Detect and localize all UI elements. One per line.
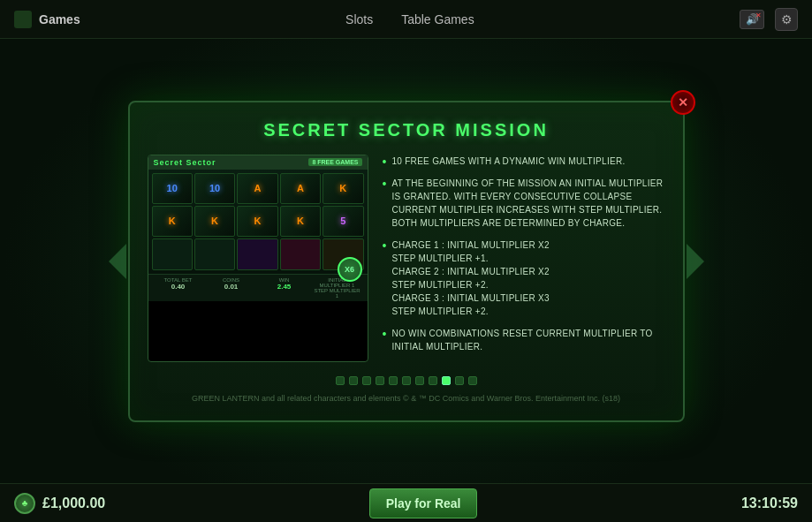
reel-cell: A: [237, 173, 277, 204]
right-arrow-icon[interactable]: [687, 244, 704, 279]
reel-cell: 10: [194, 173, 235, 204]
reel-cell: 10: [152, 173, 193, 204]
pagination-dot[interactable]: [415, 376, 424, 385]
modal-body: Secret Sector 8 FREE GAMES 10 10 A A K K…: [148, 155, 665, 362]
game-stats-bar: TOTAL BET 0.40 COINS 0.01 WIN 2.45: [148, 274, 368, 301]
modal-title: SECRET SECTOR MISSION: [148, 120, 665, 140]
bullet-text: NO WIN COMBINATIONS RESET CURRENT MULTIP…: [391, 327, 664, 353]
game-header-bar: Secret Sector 8 FREE GAMES: [148, 155, 368, 170]
reel-cell: K: [194, 206, 235, 237]
reel-cell: K: [280, 206, 321, 237]
reel-cell: K: [323, 173, 363, 204]
reel-cell: [152, 238, 193, 269]
nav-table-games-link[interactable]: Table Games: [401, 12, 474, 26]
game-preview-inner: Secret Sector 8 FREE GAMES 10 10 A A K K…: [148, 155, 368, 301]
reel-cell: K: [237, 206, 277, 237]
reel-cell: K: [152, 206, 193, 237]
balance-icon: ♣: [14, 493, 35, 514]
nav-slots-link[interactable]: Slots: [345, 12, 373, 26]
game-preview: Secret Sector 8 FREE GAMES 10 10 A A K K…: [148, 155, 368, 362]
stat-value: 0.40: [154, 283, 203, 291]
time-display: 13:10:59: [741, 496, 798, 511]
pagination-dot[interactable]: [336, 376, 345, 385]
stat-value: 0.01: [207, 283, 256, 291]
stat-value: 2.45: [260, 283, 309, 291]
games-logo-icon: [14, 11, 32, 28]
stat-total-bet: TOTAL BET 0.40: [154, 277, 203, 299]
reel-cell: 5: [323, 206, 363, 237]
pagination-dot[interactable]: [349, 376, 358, 385]
pagination-dot[interactable]: [376, 376, 384, 385]
bottom-bar: ♣ £1,000.00 Play for Real 13:10:59: [0, 483, 812, 522]
bullet-3: • CHARGE 1 : INITIAL MULTIPLIER X2STEP M…: [383, 238, 665, 318]
bullet-4: • NO WIN COMBINATIONS RESET CURRENT MULT…: [383, 327, 665, 353]
play-real-button[interactable]: Play for Real: [369, 488, 478, 518]
bullet-dot: •: [383, 155, 387, 168]
game-logo-text: Secret Sector: [154, 158, 216, 167]
reel-cell: A: [280, 173, 321, 204]
multiplier-value: X6: [345, 265, 354, 274]
pagination-dot[interactable]: [429, 376, 437, 385]
pagination-dot[interactable]: [468, 376, 477, 385]
reel-cell: [194, 238, 235, 269]
bullet-text: 10 FREE GAMES WITH A DYNAMIC WIN MULTIPL…: [391, 155, 625, 168]
bullet-dot: •: [383, 328, 387, 340]
pagination-dot-active[interactable]: [442, 376, 451, 385]
copyright-text: GREEN LANTERN and all related characters…: [148, 394, 665, 403]
left-arrow-icon[interactable]: [109, 244, 126, 279]
navbar: Games Slots Table Games 🔊 ⚙: [0, 0, 812, 39]
bullet-dot: •: [383, 239, 387, 252]
balance-amount: £1,000.00: [42, 496, 105, 511]
modal: ✕ SECRET SECTOR MISSION Secret Sector 8 …: [128, 101, 685, 422]
pagination: [148, 376, 665, 385]
info-area: • 10 FREE GAMES WITH A DYNAMIC WIN MULTI…: [383, 155, 665, 362]
stat-label: STEP MULTIPLIER 1: [313, 288, 362, 299]
reel-cell: [237, 238, 277, 269]
navbar-left: Games: [14, 11, 80, 28]
navbar-right: 🔊 ⚙: [740, 8, 798, 31]
navbar-center: Slots Table Games: [80, 12, 740, 26]
multiplier-badge: X6: [338, 257, 362, 282]
pagination-dot[interactable]: [455, 376, 464, 385]
pagination-dot[interactable]: [362, 376, 371, 385]
bullet-dot: •: [383, 178, 387, 190]
reel-cell: [280, 238, 321, 269]
close-button[interactable]: ✕: [671, 90, 695, 115]
bullet-text: CHARGE 1 : INITIAL MULTIPLIER X2STEP MUL…: [391, 238, 550, 318]
bullet-1: • 10 FREE GAMES WITH A DYNAMIC WIN MULTI…: [383, 155, 665, 168]
mute-icon: 🔊: [746, 13, 759, 26]
stat-coins: COINS 0.01: [207, 277, 256, 299]
stat-win: WIN 2.45: [260, 277, 309, 299]
free-games-badge: 8 FREE GAMES: [308, 158, 361, 166]
main-area: ✕ SECRET SECTOR MISSION Secret Sector 8 …: [0, 39, 812, 483]
reels-area: 10 10 A A K K K K K 5: [148, 170, 368, 274]
nav-title: Games: [39, 12, 80, 26]
close-icon: ✕: [678, 95, 688, 110]
mute-button[interactable]: 🔊: [740, 10, 764, 29]
settings-button[interactable]: ⚙: [775, 8, 798, 31]
bullet-2: • AT THE BEGINNING OF THE MISSION AN INI…: [383, 177, 665, 230]
settings-icon: ⚙: [781, 12, 793, 26]
bullet-text: AT THE BEGINNING OF THE MISSION AN INITI…: [391, 177, 664, 230]
pagination-dot[interactable]: [402, 376, 411, 385]
balance-area: ♣ £1,000.00: [14, 493, 105, 514]
pagination-dot[interactable]: [389, 376, 398, 385]
